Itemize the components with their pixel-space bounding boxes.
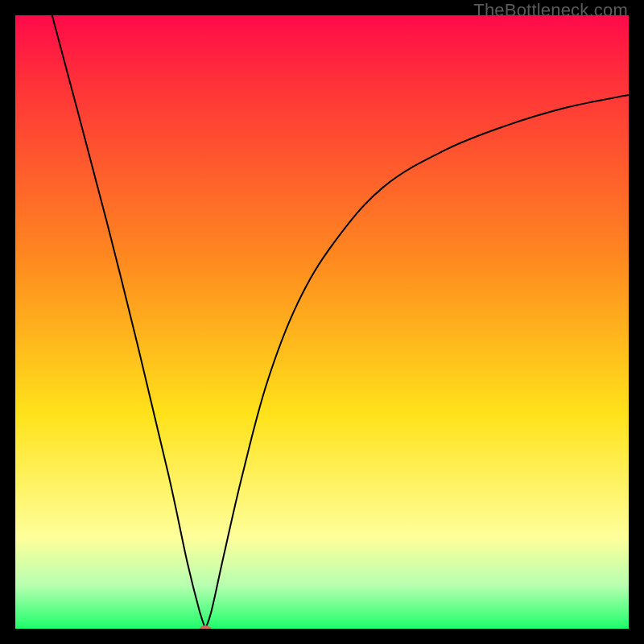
gradient-background: [15, 15, 629, 629]
bottleneck-chart: [15, 15, 629, 629]
watermark-label: TheBottleneck.com: [473, 0, 628, 21]
chart-frame: [15, 15, 629, 629]
